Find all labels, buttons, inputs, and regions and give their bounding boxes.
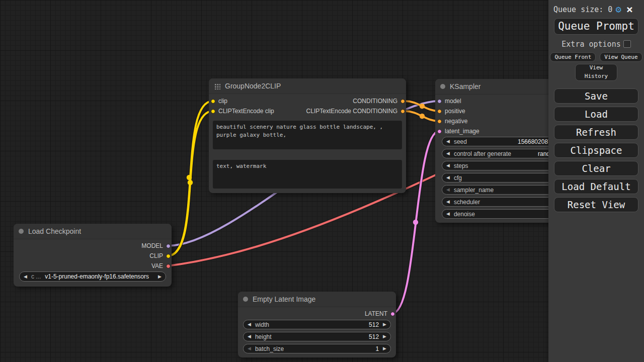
latent-port-icon[interactable]	[390, 312, 395, 316]
latent-port-icon[interactable]	[437, 129, 442, 134]
widget-label: batch_size	[255, 345, 284, 352]
group-grid-icon[interactable]	[214, 83, 220, 89]
increment-arrow-icon[interactable]: ▶	[383, 322, 386, 327]
link-dot-positive[interactable]	[420, 104, 425, 109]
port-negative-input[interactable]: negative	[437, 116, 467, 126]
conditioning-port-icon[interactable]	[400, 109, 405, 114]
port-model-output[interactable]: MODEL	[141, 241, 171, 251]
model-port-icon[interactable]	[437, 99, 442, 104]
view-history-button[interactable]: ViewHistory	[575, 64, 617, 81]
decrement-arrow-icon[interactable]: ◀	[446, 200, 450, 204]
negative-prompt-textarea[interactable]: text, watermark	[213, 160, 402, 189]
widget-value: 1566802087	[518, 138, 551, 145]
conditioning-port-icon[interactable]	[437, 119, 442, 124]
port-latent-image-input[interactable]: latent_image	[437, 126, 479, 136]
widget-value: 512	[369, 321, 379, 328]
clear-button[interactable]: Clear	[554, 161, 638, 176]
reset-view-button[interactable]: Reset View	[554, 197, 638, 212]
widget-label: scheduler	[454, 199, 480, 206]
positive-prompt-textarea[interactable]: beautiful scenery nature glass bottle la…	[213, 121, 402, 149]
link-dot-latent[interactable]	[413, 220, 418, 225]
widget-label: width	[255, 321, 269, 328]
refresh-button[interactable]: Refresh	[554, 125, 638, 140]
load-button[interactable]: Load	[554, 107, 638, 122]
collapse-dot-icon[interactable]	[440, 84, 445, 89]
next-option-arrow-icon[interactable]: ▶	[158, 275, 162, 279]
node-title: KSampler	[450, 82, 480, 90]
increment-arrow-icon[interactable]: ▶	[383, 346, 386, 351]
settings-gear-icon[interactable]: ⚙	[615, 5, 621, 14]
widget-label: denoise	[454, 211, 475, 218]
node-header-groupnode2clip[interactable]: GroupNode2CLIP	[209, 78, 406, 94]
widget-height[interactable]: ◀ height 512 ▶	[243, 332, 391, 341]
port-label: CLIP	[149, 252, 163, 259]
port-clip-output[interactable]: CLIP	[149, 251, 171, 261]
widget-ckpt-name[interactable]: ◀ c ... v1-5-pruned-emaonly-fp16.safeten…	[19, 272, 166, 282]
port-latent-output[interactable]: LATENT	[365, 309, 395, 319]
clip-port-icon[interactable]	[166, 254, 171, 258]
port-positive-input[interactable]: positive	[437, 106, 465, 116]
load-default-button[interactable]: Load Default	[554, 179, 638, 194]
port-label: clip	[218, 98, 227, 105]
decrement-arrow-icon[interactable]: ◀	[248, 346, 251, 351]
clipspace-button[interactable]: Clipspace	[554, 143, 638, 158]
node-header-empty-latent-image[interactable]: Empty Latent Image	[238, 292, 396, 307]
link-dot-clip1[interactable]	[187, 175, 192, 180]
link-dot-negative[interactable]	[420, 114, 425, 119]
node-title: Load Checkpoint	[28, 227, 81, 235]
node-empty-latent-image[interactable]: Empty Latent Image LATENT ◀ width 512 ▶ …	[238, 292, 396, 357]
port-label: MODEL	[141, 242, 163, 249]
port-model-input[interactable]: model	[437, 96, 461, 106]
clip-port-icon[interactable]	[211, 99, 215, 104]
widget-label: cfg	[454, 174, 462, 182]
decrement-arrow-icon[interactable]: ◀	[248, 334, 251, 339]
collapse-dot-icon[interactable]	[243, 297, 248, 302]
conditioning-port-icon[interactable]	[437, 109, 442, 114]
port-label: latent_image	[445, 128, 479, 135]
port-cliptextencode-clip-input[interactable]: CLIPTextEncode clip	[211, 106, 274, 116]
port-cliptextencode-conditioning-output[interactable]: CLIPTextEncode CONDITIONING	[306, 106, 405, 116]
decrement-arrow-icon[interactable]: ◀	[446, 139, 450, 144]
widget-value: v1-5-pruned-emaonly-fp16.safetensors	[45, 273, 149, 280]
decrement-arrow-icon[interactable]: ◀	[446, 188, 450, 192]
model-port-icon[interactable]	[166, 244, 171, 248]
close-icon[interactable]: ×	[626, 5, 633, 15]
port-clip-input[interactable]: clip	[211, 96, 227, 106]
queue-size-label: Queue size: 0	[553, 5, 612, 14]
conditioning-port-icon[interactable]	[400, 99, 405, 104]
widget-label: sampler_name	[454, 187, 494, 194]
port-vae-output[interactable]: VAE	[151, 261, 171, 271]
decrement-arrow-icon[interactable]: ◀	[248, 322, 251, 327]
queue-front-button[interactable]: Queue Front	[550, 52, 596, 62]
port-label: negative	[445, 118, 467, 125]
prev-option-arrow-icon[interactable]: ◀	[24, 275, 27, 279]
view-queue-button[interactable]: View Queue	[600, 52, 642, 62]
decrement-arrow-icon[interactable]: ◀	[446, 212, 450, 216]
widget-label: height	[255, 333, 272, 340]
port-label: CLIPTextEncode CONDITIONING	[306, 108, 397, 115]
node-title: Empty Latent Image	[253, 295, 315, 303]
clip-port-icon[interactable]	[211, 109, 215, 114]
node-graph-canvas[interactable]: GroupNode2CLIP clip CLIPTextEncode clip …	[0, 0, 644, 362]
decrement-arrow-icon[interactable]: ◀	[446, 175, 450, 180]
widget-width[interactable]: ◀ width 512 ▶	[243, 320, 391, 329]
widget-batch-size[interactable]: ◀ batch_size 1 ▶	[243, 344, 391, 353]
widget-value: 512	[369, 333, 379, 340]
save-button[interactable]: Save	[554, 88, 638, 104]
node-header-load-checkpoint[interactable]: Load Checkpoint	[14, 224, 172, 239]
decrement-arrow-icon[interactable]: ◀	[446, 163, 450, 168]
widget-label: seed	[454, 138, 467, 145]
decrement-arrow-icon[interactable]: ◀	[446, 151, 450, 156]
collapse-dot-icon[interactable]	[19, 229, 24, 234]
node-load-checkpoint[interactable]: Load Checkpoint MODEL CLIP VAE ◀ c ... v…	[14, 224, 172, 287]
widget-label: steps	[454, 162, 468, 169]
port-label: positive	[445, 108, 465, 115]
port-conditioning-output[interactable]: CONDITIONING	[353, 96, 405, 106]
port-label: LATENT	[365, 310, 387, 317]
extra-options-checkbox[interactable]	[623, 40, 631, 48]
node-groupnode2clip[interactable]: GroupNode2CLIP clip CLIPTextEncode clip …	[209, 78, 406, 193]
vae-port-icon[interactable]	[166, 264, 171, 268]
link-dot-clip2[interactable]	[188, 180, 193, 185]
queue-prompt-button[interactable]: Queue Prompt	[554, 18, 638, 35]
increment-arrow-icon[interactable]: ▶	[383, 334, 386, 339]
